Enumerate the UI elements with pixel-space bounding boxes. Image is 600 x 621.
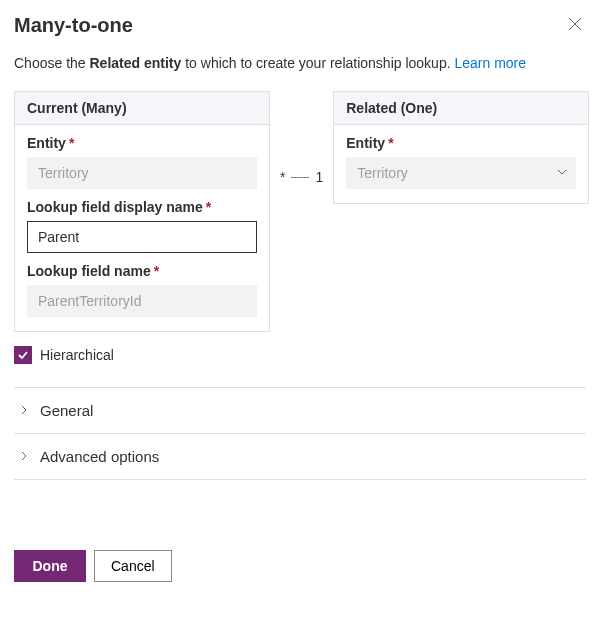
done-button[interactable]: Done — [14, 550, 86, 582]
cancel-button[interactable]: Cancel — [94, 550, 172, 582]
check-icon — [17, 349, 29, 361]
close-icon — [568, 17, 582, 31]
lookup-name-label: Lookup field name* — [27, 263, 257, 279]
chevron-right-icon — [18, 448, 30, 465]
current-card-header: Current (Many) — [15, 92, 269, 125]
current-entity-label: Entity* — [27, 135, 257, 151]
learn-more-link[interactable]: Learn more — [454, 55, 526, 71]
section-advanced-label: Advanced options — [40, 448, 159, 465]
panel-subtitle: Choose the Related entity to which to cr… — [14, 55, 586, 71]
hierarchical-label: Hierarchical — [40, 347, 114, 363]
cardinality-connector: * 1 — [270, 161, 333, 193]
lookup-name-field: ParentTerritoryId — [27, 285, 257, 317]
panel-title: Many-to-one — [14, 14, 133, 37]
lookup-display-input[interactable] — [27, 221, 257, 253]
section-advanced[interactable]: Advanced options — [14, 433, 586, 480]
chevron-right-icon — [18, 402, 30, 419]
related-card-header: Related (One) — [334, 92, 588, 125]
cardinality-many: * — [280, 169, 285, 185]
related-entity-select[interactable]: Territory — [346, 157, 576, 189]
related-entity-label: Entity* — [346, 135, 576, 151]
cardinality-one: 1 — [315, 169, 323, 185]
related-card: Related (One) Entity* Territory — [333, 91, 589, 204]
current-card: Current (Many) Entity* Territory Lookup … — [14, 91, 270, 332]
connector-line-icon — [291, 177, 309, 178]
close-button[interactable] — [564, 14, 586, 36]
hierarchical-checkbox[interactable] — [14, 346, 32, 364]
section-general-label: General — [40, 402, 93, 419]
section-general[interactable]: General — [14, 387, 586, 434]
lookup-display-label: Lookup field display name* — [27, 199, 257, 215]
current-entity-field: Territory — [27, 157, 257, 189]
